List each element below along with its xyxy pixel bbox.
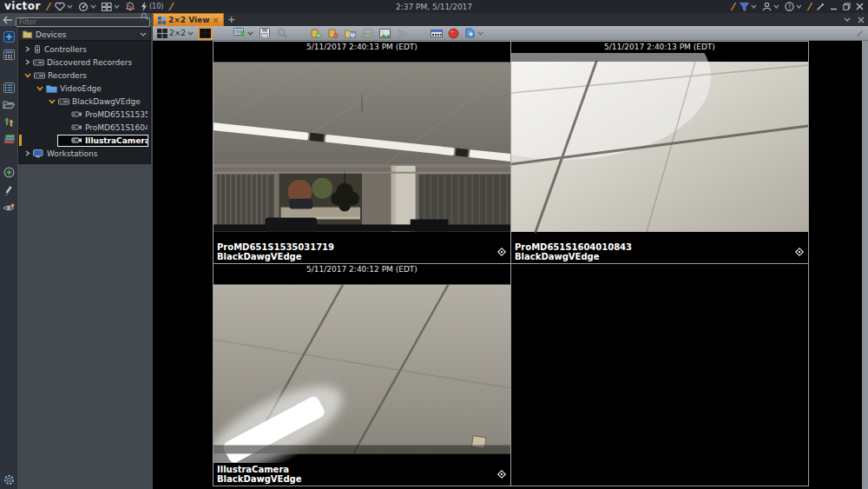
filter-input[interactable] bbox=[16, 17, 150, 27]
tab-2x2-view[interactable]: 2×2 View bbox=[153, 13, 224, 26]
camera-name: ProMD651S1604010843 bbox=[515, 242, 632, 252]
workspace-scrollbar[interactable] bbox=[862, 41, 868, 489]
chevron-down-icon bbox=[773, 4, 779, 9]
video-tile-1[interactable]: 5/11/2017 2:40:13 PM (EDT) bbox=[214, 42, 510, 263]
view-toolbar: 2×2 bbox=[153, 26, 868, 41]
collapse-chevron-icon[interactable] bbox=[140, 32, 147, 36]
recorder-name: BlackDawgVEdge bbox=[217, 474, 302, 484]
controller-icon bbox=[33, 44, 42, 54]
ptz-diamond-icon[interactable] bbox=[496, 469, 507, 479]
video-feed-ceiling-light[interactable] bbox=[214, 275, 510, 463]
funnel-icon bbox=[740, 3, 749, 11]
help-menu[interactable]: ? bbox=[785, 2, 802, 11]
filter-bar bbox=[0, 13, 153, 26]
restore-button[interactable] bbox=[843, 3, 851, 10]
camera-group-remove-button[interactable] bbox=[326, 27, 339, 40]
filter-menu[interactable] bbox=[740, 3, 757, 11]
collapse-arrow-icon[interactable] bbox=[24, 72, 31, 78]
user-icon bbox=[762, 2, 772, 11]
monitor-eye-button[interactable] bbox=[3, 203, 15, 213]
video-feed-office[interactable] bbox=[214, 53, 510, 241]
tree-item-recorders[interactable]: Recorders bbox=[19, 69, 150, 82]
add-circle-button[interactable] bbox=[3, 167, 15, 178]
new-tab-button[interactable]: + bbox=[224, 13, 240, 26]
tag-button[interactable] bbox=[464, 27, 483, 40]
layouts-menu[interactable] bbox=[102, 3, 120, 11]
active-layout-button[interactable] bbox=[198, 27, 213, 40]
lists-button[interactable] bbox=[3, 83, 15, 93]
heart-icon bbox=[55, 2, 65, 11]
tree-item-label: Discovered Recorders bbox=[47, 58, 132, 67]
folder-blue-icon bbox=[46, 84, 57, 93]
ptz-diamond-icon[interactable] bbox=[794, 247, 805, 257]
add-device-button[interactable] bbox=[3, 31, 15, 43]
ptz-diamond-icon[interactable] bbox=[496, 247, 507, 257]
edit-pencil-button[interactable] bbox=[3, 185, 14, 196]
recorder-icon bbox=[58, 98, 69, 105]
minimize-button[interactable] bbox=[830, 3, 838, 10]
expand-arrow-icon[interactable] bbox=[24, 46, 30, 52]
grid-tab-icon bbox=[158, 17, 166, 24]
user-menu[interactable] bbox=[762, 2, 779, 11]
close-tab-group-icon[interactable] bbox=[858, 17, 865, 23]
favorites-menu[interactable] bbox=[55, 2, 73, 11]
collapse-arrow-icon[interactable] bbox=[49, 98, 56, 104]
device-tree: Controllers Discovered Recorders Recorde… bbox=[19, 41, 150, 163]
reports-button[interactable] bbox=[3, 134, 15, 144]
tree-item-camera-1[interactable]: ProMD651S1535031719 bbox=[19, 108, 150, 121]
navigation-menu[interactable] bbox=[78, 2, 96, 12]
camera-name: IllustraCamera bbox=[217, 465, 302, 474]
video-tile-4-empty[interactable] bbox=[511, 264, 808, 486]
pen-icon[interactable] bbox=[816, 3, 825, 11]
tree-item-camera-2[interactable]: ProMD651S1604010843 bbox=[19, 121, 150, 134]
devices-panel-header[interactable]: Devices bbox=[19, 29, 150, 41]
settings-gear-button[interactable] bbox=[3, 474, 15, 486]
chevron-down-icon bbox=[796, 4, 802, 9]
tree-item-blackdawgvedge[interactable]: BlackDawgVEdge bbox=[19, 95, 150, 108]
snapshot-button[interactable] bbox=[378, 27, 391, 40]
timeline-button[interactable] bbox=[430, 27, 443, 40]
back-arrow-button[interactable] bbox=[3, 16, 13, 24]
layout-grid-icon bbox=[102, 3, 112, 11]
tree-item-videoedge[interactable]: VideoEdge bbox=[19, 82, 150, 95]
expand-arrow-icon[interactable] bbox=[24, 59, 30, 65]
events-counter[interactable]: (10) bbox=[141, 2, 163, 11]
export-button[interactable] bbox=[3, 116, 14, 127]
alerts-muted-button[interactable] bbox=[125, 2, 135, 11]
chevron-down-icon bbox=[751, 4, 757, 9]
chevron-down-icon bbox=[90, 4, 96, 9]
expand-arrow-icon[interactable] bbox=[24, 150, 30, 156]
devices-panel-title: Devices bbox=[36, 30, 66, 39]
zoom-button bbox=[275, 27, 288, 40]
video-tile-3[interactable]: 5/11/2017 2:40:12 PM (EDT) bbox=[214, 264, 510, 486]
divider-slash: / bbox=[807, 1, 811, 12]
send-to-monitor-button[interactable] bbox=[233, 27, 253, 40]
save-view-button[interactable] bbox=[258, 27, 271, 40]
open-folder-button[interactable] bbox=[3, 100, 15, 109]
video-tile-2[interactable]: 5/11/2017 2:40:13 PM (EDT) bbox=[511, 42, 808, 263]
collapse-arrow-icon[interactable] bbox=[36, 85, 43, 91]
chevron-down-icon bbox=[187, 31, 194, 36]
tab-list-chevron-icon[interactable] bbox=[844, 17, 851, 22]
tree-item-controllers[interactable]: Controllers bbox=[19, 43, 150, 56]
recorder-name: BlackDawgVEdge bbox=[515, 252, 632, 261]
video-feed-ceiling-bright[interactable] bbox=[511, 53, 808, 241]
recorder-icon bbox=[34, 72, 45, 79]
tab-label: 2×2 View bbox=[168, 16, 210, 24]
video-timestamp: 5/11/2017 2:40:13 PM (EDT) bbox=[511, 42, 808, 53]
keypad-button[interactable] bbox=[3, 50, 15, 60]
close-button[interactable] bbox=[856, 3, 864, 10]
workstation-icon bbox=[33, 149, 44, 158]
lightning-icon bbox=[141, 2, 148, 11]
camera-group-add-button[interactable] bbox=[309, 27, 322, 40]
tab-strip: 2×2 View + bbox=[153, 13, 868, 26]
toolbar-pen-icon[interactable] bbox=[856, 30, 864, 37]
gauge-icon bbox=[78, 2, 89, 12]
record-button[interactable] bbox=[447, 27, 460, 40]
tree-item-illustracamera-selected[interactable]: IllustraCamera bbox=[19, 134, 150, 147]
investigation-button[interactable] bbox=[344, 27, 357, 40]
layout-selector[interactable]: 2×2 bbox=[157, 27, 194, 40]
tree-item-discovered-recorders[interactable]: Discovered Recorders bbox=[19, 56, 150, 69]
tree-item-workstations[interactable]: Workstations bbox=[19, 147, 150, 160]
tab-close-icon[interactable] bbox=[213, 17, 219, 23]
